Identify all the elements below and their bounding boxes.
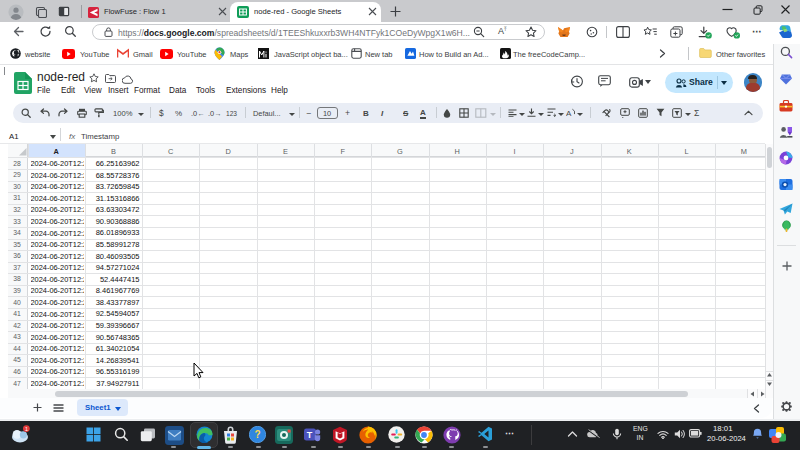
- svg-text:A: A: [566, 109, 572, 117]
- svg-text:1: 1: [25, 426, 28, 432]
- svg-text:T: T: [307, 430, 313, 440]
- svg-text:?: ?: [255, 429, 261, 440]
